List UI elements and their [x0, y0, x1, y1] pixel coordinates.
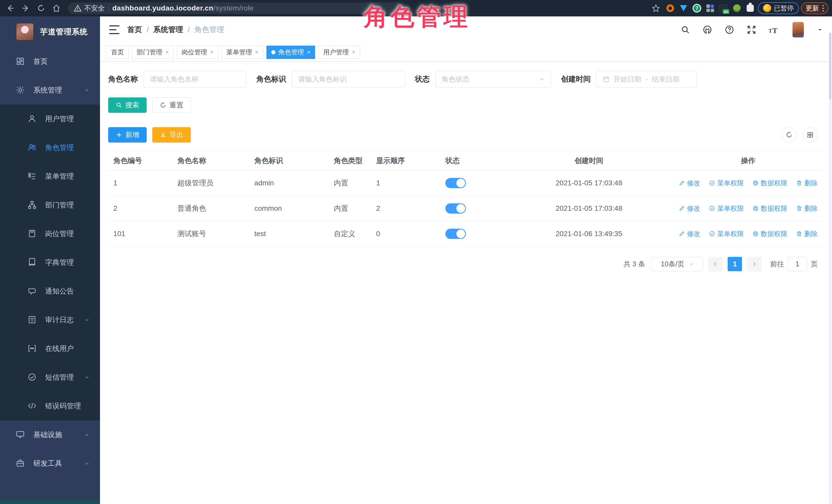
prev-page-button[interactable]	[708, 257, 723, 271]
breadcrumb-item: 角色管理	[194, 25, 224, 35]
tab-首页[interactable]: 首页	[106, 46, 129, 59]
user-avatar[interactable]	[792, 22, 804, 37]
close-icon[interactable]: ×	[255, 49, 258, 56]
extension-colordots-icon[interactable]	[705, 3, 716, 14]
tab-label: 菜单管理	[226, 48, 252, 56]
extension-monkey-icon[interactable]	[731, 3, 743, 14]
page-scrollbar[interactable]	[829, 33, 831, 504]
sidebar-logo[interactable]: 芋道管理系统	[0, 17, 100, 47]
search-button[interactable]: 搜索	[108, 98, 147, 113]
breadcrumb-item[interactable]: 首页	[127, 25, 142, 35]
sidebar-item-系统管理[interactable]: 系统管理	[0, 76, 100, 105]
status-toggle[interactable]	[445, 229, 466, 239]
font-size-icon[interactable]: TT	[766, 23, 781, 37]
action-删除[interactable]: 删除	[796, 204, 817, 213]
bookmark-star-icon[interactable]	[649, 2, 662, 15]
extension-gem-icon[interactable]	[678, 3, 689, 14]
sidebar-item-基础设施[interactable]: 基础设施	[0, 420, 100, 449]
sidebar-item-首页[interactable]: 首页	[0, 47, 100, 76]
sidebar-bottom-strip	[0, 500, 100, 504]
tab-label: 用户管理	[323, 48, 349, 56]
status-toggle[interactable]	[445, 203, 466, 214]
goto-page-input[interactable]: 1	[788, 257, 807, 271]
github-icon[interactable]	[700, 23, 714, 37]
status-toggle[interactable]	[445, 178, 466, 188]
action-菜单权限[interactable]: 菜单权限	[709, 204, 744, 213]
browser-back-icon[interactable]	[4, 2, 17, 15]
sidebar-item-用户管理[interactable]: 用户管理	[0, 105, 100, 133]
action-菜单权限[interactable]: 菜单权限	[709, 179, 744, 188]
export-button[interactable]: 导出	[152, 127, 191, 142]
action-数据权限[interactable]: 数据权限	[753, 230, 787, 238]
tab-部门管理[interactable]: 部门管理×	[132, 46, 174, 59]
sidebar-item-短信管理[interactable]: 短信管理	[0, 363, 100, 392]
tab-角色管理[interactable]: 角色管理×	[266, 46, 315, 59]
create-time-range-input[interactable]: 开始日期 - 结束日期	[596, 71, 697, 88]
edit-icon	[679, 180, 685, 186]
add-button[interactable]: 新增	[108, 127, 147, 142]
action-删除[interactable]: 删除	[796, 179, 817, 188]
sidebar-item-菜单管理[interactable]: 菜单管理	[0, 162, 100, 191]
close-icon[interactable]: ×	[307, 49, 311, 56]
extensions-puzzle-icon[interactable]	[745, 3, 756, 14]
close-icon[interactable]: ×	[210, 49, 214, 56]
sidebar-item-错误码管理[interactable]: 错误码管理	[0, 392, 100, 420]
tab-菜单管理[interactable]: 菜单管理×	[222, 46, 263, 59]
close-icon[interactable]: ×	[165, 49, 169, 56]
browser-home-icon[interactable]	[50, 2, 63, 15]
filter-form: 角色名称 请输入角色名称 角色标识 请输入角色标识 状态 角色状态 创建时间 开…	[108, 71, 823, 88]
browser-forward-icon[interactable]	[19, 2, 32, 15]
sidebar-item-字典管理[interactable]: 字典管理	[0, 248, 100, 277]
search-button-row: 搜索 重置	[108, 98, 823, 113]
security-warning[interactable]: 不安全	[74, 4, 105, 13]
action-菜单权限[interactable]: 菜单权限	[709, 230, 744, 238]
megaphone-icon	[28, 287, 37, 296]
address-bar[interactable]: 不安全 dashboard.yudao.iocoder.cn/system/ro…	[68, 2, 404, 14]
action-修改[interactable]: 修改	[679, 179, 700, 188]
extension-on-badge-icon[interactable]: on	[718, 3, 729, 14]
role-name-input[interactable]: 请输入角色名称	[144, 71, 246, 88]
action-删除[interactable]: 删除	[796, 230, 817, 238]
profile-paused-chip[interactable]: 已暂停	[758, 2, 799, 14]
sidebar-item-审计日志[interactable]: 审计日志	[0, 306, 100, 334]
tab-岗位管理[interactable]: 岗位管理×	[177, 46, 218, 59]
action-数据权限[interactable]: 数据权限	[753, 204, 787, 213]
page-number-button[interactable]: 1	[728, 257, 742, 271]
fullscreen-icon[interactable]	[744, 23, 759, 37]
status-select[interactable]: 角色状态	[435, 71, 551, 88]
sidebar-item-岗位管理[interactable]: 岗位管理	[0, 219, 100, 248]
action-修改[interactable]: 修改	[679, 230, 700, 238]
breadcrumb-separator: /	[188, 26, 190, 34]
sidebar-item-在线用户[interactable]: 在线用户	[0, 334, 100, 363]
breadcrumb-item[interactable]: 系统管理	[153, 25, 183, 35]
action-数据权限[interactable]: 数据权限	[753, 179, 787, 188]
table-row: 2普通角色common内置22021-01-05 17:03:48修改菜单权限数…	[108, 196, 823, 221]
help-icon[interactable]	[722, 23, 737, 37]
extension-orange-icon[interactable]	[665, 3, 676, 14]
url-text[interactable]: dashboard.yudao.iocoder.cn/system/role	[112, 4, 254, 12]
user-caret-down-icon[interactable]	[817, 27, 823, 32]
browser-reload-icon[interactable]	[34, 2, 48, 15]
browser-update-button[interactable]: 更新	[801, 2, 828, 14]
reset-button[interactable]: 重置	[152, 98, 191, 113]
sidebar-item-通知公告[interactable]: 通知公告	[0, 277, 100, 306]
action-修改[interactable]: 修改	[679, 204, 700, 213]
cell-role-type: 内置	[329, 178, 371, 188]
extension-green-seven-icon[interactable]: 7	[691, 3, 703, 14]
cell-role-key: common	[249, 204, 329, 213]
column-settings-button[interactable]	[803, 127, 817, 142]
sidebar-toggle-icon[interactable]	[109, 25, 120, 34]
next-page-button[interactable]	[747, 257, 761, 271]
tab-用户管理[interactable]: 用户管理×	[318, 46, 360, 59]
sidebar-item-部门管理[interactable]: 部门管理	[0, 191, 100, 219]
role-table: 角色编号角色名称角色标识角色类型显示顺序状态创建时间操作1超级管理员admin内…	[108, 151, 823, 247]
sidebar-item-角色管理[interactable]: 角色管理	[0, 133, 100, 162]
role-key-input[interactable]: 请输入角色标识	[292, 71, 405, 88]
cell-role-key: test	[249, 230, 329, 238]
browser-menu-kebab-icon[interactable]	[823, 5, 824, 11]
close-icon[interactable]: ×	[352, 49, 355, 56]
page-size-select[interactable]: 10条/页	[652, 257, 703, 271]
sidebar-item-研发工具[interactable]: 研发工具	[0, 449, 100, 478]
refresh-table-button[interactable]	[782, 127, 797, 142]
search-icon[interactable]	[678, 23, 693, 37]
